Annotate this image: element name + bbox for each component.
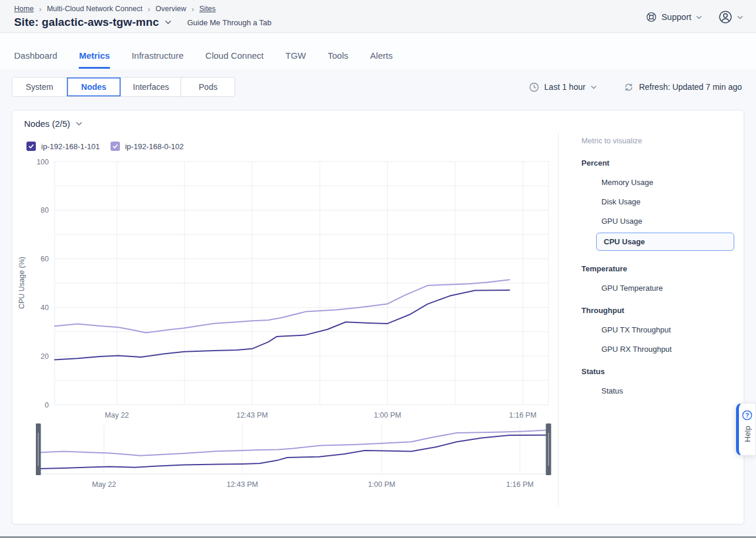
metric-item-disk-usage[interactable]: Disk Usage	[581, 197, 734, 206]
legend-checkbox-checked-icon[interactable]	[26, 142, 36, 151]
legend-checkbox-checked-icon[interactable]	[111, 142, 120, 151]
x-tick-label: 1:00 PM	[374, 411, 402, 419]
chevron-down-icon	[591, 85, 597, 89]
metric-item-cpu-usage[interactable]: CPU Usage	[596, 233, 734, 251]
guide-me-link[interactable]: Guide Me Through a Tab	[187, 18, 271, 27]
legend-item-ip-192-168-1-101[interactable]: ip-192-168-1-101	[26, 142, 100, 151]
top-header: Home›Multi-Cloud Network Connect›Overvie…	[0, 0, 756, 33]
breadcrumb-item-multi-cloud-network-connect: Multi-Cloud Network Connect	[47, 5, 143, 13]
refresh-control[interactable]: Refresh: Updated 7 min ago	[624, 82, 742, 92]
series-line-ip-192-168-1-101	[55, 290, 510, 359]
x-tick-label: 1:16 PM	[506, 480, 534, 489]
metric-item-gpu-tx-throughput[interactable]: GPU TX Throughput	[581, 325, 734, 334]
metric-item-memory-usage[interactable]: Memory Usage	[581, 178, 734, 187]
metric-panel-title: Metric to visualize	[581, 136, 734, 145]
breadcrumb-separator: ›	[192, 5, 194, 13]
question-circle-icon: ?	[742, 410, 752, 421]
user-avatar-icon	[718, 10, 732, 24]
metric-group-header: Percent	[581, 159, 734, 167]
subtab-nodes[interactable]: Nodes	[66, 78, 121, 96]
help-label: Help	[743, 426, 752, 442]
chevron-down-icon	[696, 15, 702, 19]
time-range-selector[interactable]: Last 1 hour	[529, 82, 597, 92]
account-menu[interactable]	[718, 10, 743, 24]
tab-bar: DashboardMetricsInfrastructureCloud Conn…	[0, 33, 756, 69]
tab-dashboard[interactable]: Dashboard	[14, 51, 57, 69]
metric-group-throughput: ThroughputGPU TX ThroughputGPU RX Throug…	[581, 306, 734, 354]
y-tick-label: 0	[45, 401, 49, 409]
legend-label: ip-192-168-1-101	[41, 142, 100, 151]
x-tick-label: 12:43 PM	[236, 411, 268, 419]
panel-divider	[558, 133, 558, 507]
nodes-panel: Nodes (2/5) ip-192-168-1-101ip-192-168-0…	[12, 110, 744, 524]
series-line-ip-192-168-1-101	[38, 435, 548, 469]
breadcrumb-item-sites[interactable]: Sites	[199, 5, 216, 13]
tab-alerts[interactable]: Alerts	[370, 51, 393, 69]
series-line-ip-192-168-0-102	[38, 430, 548, 456]
legend-label: ip-192-168-0-102	[125, 142, 184, 151]
breadcrumb-item-home[interactable]: Home	[14, 5, 34, 13]
clock-icon	[529, 82, 539, 92]
series-line-ip-192-168-0-102	[55, 280, 510, 332]
help-button[interactable]: ? Help	[736, 403, 756, 456]
x-tick-label: May 22	[92, 480, 116, 489]
tab-infrastructure[interactable]: Infrastructure	[132, 51, 183, 69]
metric-panel: Metric to visualize PercentMemory UsageD…	[570, 110, 746, 395]
chart-legend: ip-192-168-1-101ip-192-168-0-102	[26, 142, 183, 151]
subtab-pods[interactable]: Pods	[180, 78, 235, 96]
svg-text:?: ?	[745, 412, 749, 419]
metric-item-status[interactable]: Status	[581, 386, 734, 395]
support-label: Support	[661, 12, 691, 22]
chart-brush[interactable]: May 2212:43 PM1:00 PM1:16 PM	[36, 422, 553, 492]
breadcrumb-separator: ›	[39, 5, 41, 13]
panel-title: Nodes (2/5)	[24, 119, 70, 129]
subtab-system[interactable]: System	[12, 78, 66, 96]
x-tick-label: 1:16 PM	[509, 411, 537, 419]
y-tick-label: 60	[41, 255, 49, 263]
title-chevron-down-icon[interactable]	[165, 20, 172, 25]
metric-group-header: Temperature	[581, 264, 734, 273]
refresh-label: Refresh: Updated 7 min ago	[639, 82, 742, 92]
metric-item-gpu-usage[interactable]: GPU Usage	[581, 217, 734, 226]
y-tick-label: 20	[41, 352, 49, 361]
tab-tgw[interactable]: TGW	[286, 51, 306, 69]
y-tick-label: 100	[36, 158, 49, 166]
metric-groups: PercentMemory UsageDisk UsageGPU UsageCP…	[581, 159, 734, 395]
tab-metrics[interactable]: Metrics	[79, 51, 110, 69]
y-tick-label: 40	[41, 304, 49, 312]
life-buoy-icon	[646, 12, 657, 22]
panel-chevron-down-icon[interactable]	[76, 122, 82, 126]
page-title: Site: galactic-aws-tgw-mnc	[14, 16, 159, 29]
x-tick-label: May 22	[105, 411, 129, 419]
cpu-usage-chart: 020406080100May 2212:43 PM1:00 PM1:16 PM	[15, 157, 560, 427]
metric-group-percent: PercentMemory UsageDisk UsageGPU UsageCP…	[581, 159, 734, 251]
breadcrumb: Home›Multi-Cloud Network Connect›Overvie…	[14, 5, 742, 13]
chevron-down-icon	[737, 15, 743, 19]
tab-cloud-connect[interactable]: Cloud Connect	[205, 51, 263, 69]
x-tick-label: 12:43 PM	[226, 480, 258, 489]
subtab-bar: SystemNodesInterfacesPods	[12, 77, 235, 97]
controls-row: SystemNodesInterfacesPods Last 1 hour Re…	[12, 77, 742, 97]
breadcrumb-item-overview: Overview	[156, 5, 186, 13]
refresh-icon	[624, 82, 634, 92]
metric-group-header: Throughput	[581, 306, 734, 315]
metric-item-gpu-temperature[interactable]: GPU Temperature	[581, 284, 734, 292]
legend-item-ip-192-168-0-102[interactable]: ip-192-168-0-102	[111, 142, 184, 151]
time-range-label: Last 1 hour	[544, 82, 586, 92]
tab-tools[interactable]: Tools	[328, 51, 349, 69]
breadcrumb-separator: ›	[148, 5, 150, 13]
metric-group-status: StatusStatus	[581, 367, 734, 395]
subtab-interfaces[interactable]: Interfaces	[121, 78, 180, 96]
metric-group-temperature: TemperatureGPU Temperature	[581, 264, 734, 292]
metric-group-header: Status	[581, 367, 734, 376]
support-menu[interactable]: Support	[646, 12, 702, 22]
y-tick-label: 80	[41, 206, 49, 214]
metric-item-gpu-rx-throughput[interactable]: GPU RX Throughput	[581, 345, 734, 354]
x-tick-label: 1:00 PM	[368, 480, 396, 489]
